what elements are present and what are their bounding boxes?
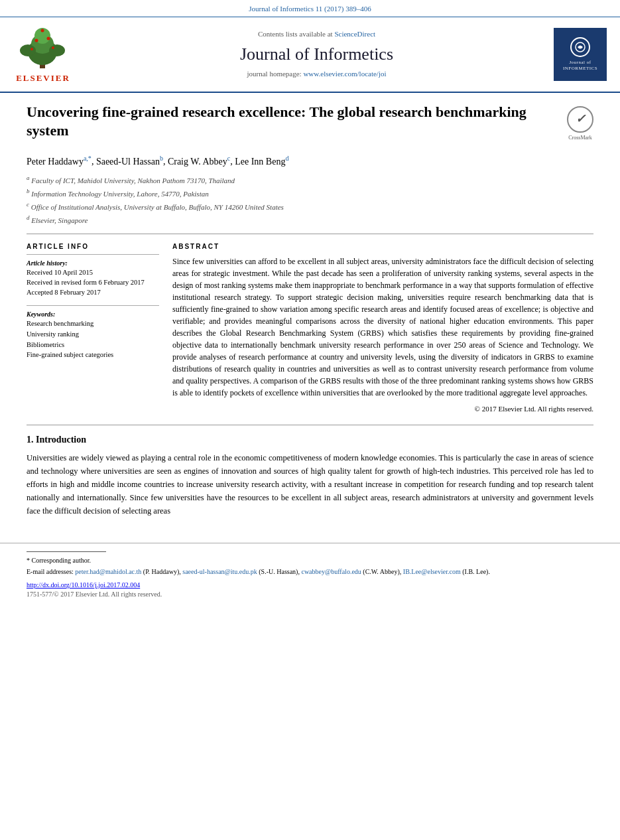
- keyword-4: Fine-grained subject categories: [27, 350, 159, 360]
- crossmark-label: CrossMark: [568, 134, 592, 141]
- svg-point-9: [52, 46, 54, 49]
- affiliations: a Faculty of ICT, Mahidol University, Na…: [27, 174, 593, 226]
- article-info-column: ARTICLE INFO Article history: Received 1…: [27, 242, 159, 414]
- abstract-text: Since few universities can afford to be …: [172, 255, 593, 399]
- svg-point-4: [20, 44, 36, 56]
- journal-logo-box: Journal of INFORMETICS: [554, 28, 607, 81]
- accepted-date: Accepted 8 February 2017: [27, 288, 159, 298]
- email-2[interactable]: saeed-ul-hassan@itu.edu.pk: [182, 568, 257, 575]
- crossmark-icon: ✓: [567, 106, 593, 133]
- issn-text: 1751-577/© 2017 Elsevier Ltd. All rights…: [27, 590, 593, 599]
- logo-journal-title: Journal of INFORMETICS: [563, 60, 597, 72]
- elsevier-brand-label: ELSEVIER: [16, 72, 70, 84]
- affil-3: c Office of Institutional Analysis, Univ…: [27, 200, 593, 212]
- keyword-2: University ranking: [27, 330, 159, 340]
- abstract-paragraph: Since few universities can afford to be …: [172, 255, 593, 399]
- journal-reference-bar: Journal of Informetics 11 (2017) 389–406: [0, 0, 620, 17]
- journal-logo-icon: [570, 37, 590, 57]
- main-content: Uncovering fine-grained research excelle…: [0, 93, 620, 537]
- introduction-paragraph-1: Universities are widely viewed as playin…: [27, 451, 593, 518]
- affil-4: d Elsevier, Singapore: [27, 214, 593, 226]
- article-divider: [27, 234, 593, 234]
- email-4[interactable]: IB.Lee@elsevier.com: [403, 568, 461, 575]
- authors-line: Peter Haddawya,*, Saeed-Ul Hassanb, Crai…: [27, 155, 593, 169]
- section-number: 1.: [27, 435, 34, 445]
- keywords-section: Keywords: Research benchmarking Universi…: [27, 310, 159, 360]
- email-1-name: (P. Haddawy),: [143, 568, 182, 575]
- email-3-name: (C.W. Abbey),: [363, 568, 403, 575]
- keyword-1: Research benchmarking: [27, 319, 159, 329]
- svg-point-10: [41, 29, 44, 33]
- section-divider: [27, 425, 593, 425]
- email-addresses-line: E-mail addresses: peter.had@mahidol.ac.t…: [27, 567, 593, 577]
- email-1[interactable]: peter.had@mahidol.ac.th: [75, 568, 141, 575]
- journal-header: ELSEVIER Contents lists available at Sci…: [0, 17, 620, 92]
- science-direct-info: Contents lists available at ScienceDirec…: [90, 29, 544, 39]
- article-history-label: Article history:: [27, 259, 159, 268]
- svg-point-5: [49, 44, 65, 56]
- affil-1: a Faculty of ICT, Mahidol University, Na…: [27, 174, 593, 186]
- journal-title: Journal of Informetics: [90, 42, 544, 66]
- email-4-name: (I.B. Lee).: [462, 568, 490, 575]
- keywords-label: Keywords:: [27, 310, 159, 319]
- homepage-link[interactable]: www.elsevier.com/locate/joi: [303, 70, 386, 78]
- author-2: Saeed-Ul Hassanb,: [96, 157, 166, 167]
- crossmark-area[interactable]: ✓ CrossMark: [567, 106, 593, 141]
- affil-2: b Information Technology University, Lah…: [27, 187, 593, 199]
- article-title-section: Uncovering fine-grained research excelle…: [27, 103, 593, 147]
- doi-anchor[interactable]: http://dx.doi.org/10.1016/j.joi.2017.02.…: [27, 581, 140, 589]
- article-info-heading: ARTICLE INFO: [27, 242, 159, 251]
- doi-link: http://dx.doi.org/10.1016/j.joi.2017.02.…: [27, 581, 593, 590]
- introduction-heading: 1. Introduction: [27, 433, 593, 447]
- article-history-section: ARTICLE INFO Article history: Received 1…: [27, 242, 159, 297]
- abstract-heading: ABSTRACT: [172, 242, 593, 251]
- author-1: Peter Haddawya,*,: [27, 157, 93, 167]
- copyright-line: © 2017 Elsevier Ltd. All rights reserved…: [172, 404, 593, 414]
- received-date: Received 10 April 2015: [27, 268, 159, 278]
- keyword-list: Research benchmarking University ranking…: [27, 319, 159, 360]
- author-4: Lee Inn Bengd: [235, 157, 288, 167]
- abstract-column: ABSTRACT Since few universities can affo…: [172, 242, 593, 414]
- footnote-divider: [27, 551, 106, 552]
- svg-point-8: [31, 48, 33, 50]
- journal-reference-text: Journal of Informetics 11 (2017) 389–406: [249, 5, 371, 13]
- email-3[interactable]: cwabbey@buffalo.edu: [301, 568, 361, 575]
- footer-area: * Corresponding author. E-mail addresses…: [0, 543, 620, 606]
- journal-header-center: Contents lists available at ScienceDirec…: [80, 29, 554, 79]
- section-title: Introduction: [36, 435, 86, 445]
- science-direct-link[interactable]: ScienceDirect: [334, 30, 375, 38]
- email-2-name: (S.-U. Hassan),: [259, 568, 301, 575]
- author-3: Craig W. Abbeyc,: [168, 157, 233, 167]
- revised-date: Received in revised form 6 February 2017: [27, 278, 159, 288]
- article-info-abstract-section: ARTICLE INFO Article history: Received 1…: [27, 242, 593, 414]
- svg-point-7: [47, 37, 50, 40]
- keyword-3: Bibliometrics: [27, 340, 159, 350]
- svg-point-6: [35, 39, 38, 42]
- elsevier-logo: ELSEVIER: [7, 24, 80, 84]
- article-title: Uncovering fine-grained research excelle…: [27, 103, 567, 141]
- journal-homepage: journal homepage: www.elsevier.com/locat…: [90, 69, 544, 79]
- emails-label: E-mail addresses:: [27, 568, 74, 575]
- corresponding-author: * Corresponding author.: [27, 556, 593, 565]
